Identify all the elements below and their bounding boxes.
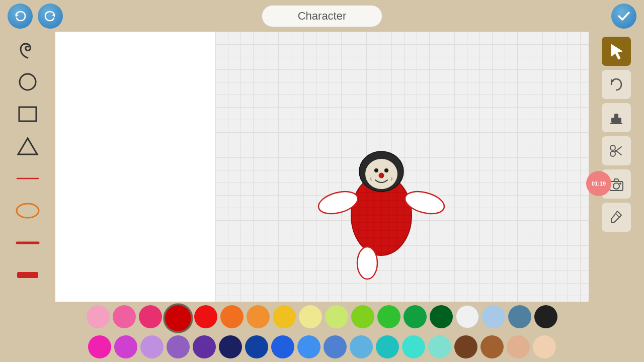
svg-line-46: [615, 213, 619, 217]
color-orange[interactable]: [220, 305, 244, 328]
select-tool-btn[interactable]: [602, 37, 631, 66]
color-row-2: [88, 335, 556, 358]
color-lime[interactable]: [351, 305, 374, 328]
color-peach[interactable]: [507, 335, 530, 358]
triangle-draw-tool[interactable]: [12, 133, 44, 159]
color-medium-brown[interactable]: [480, 335, 504, 358]
color-yellow-green[interactable]: [325, 305, 348, 328]
color-dark-red-selected[interactable]: [165, 305, 191, 331]
stamp-tool-btn[interactable]: [602, 103, 631, 132]
color-hot-pink[interactable]: [139, 305, 162, 328]
left-toolbar: [0, 32, 55, 302]
color-light-pink[interactable]: [87, 305, 110, 328]
color-dark-blue[interactable]: [245, 335, 268, 358]
color-magenta[interactable]: [88, 335, 111, 358]
svg-point-44: [613, 183, 619, 189]
color-light-peach[interactable]: [533, 335, 556, 358]
color-teal[interactable]: [376, 335, 399, 358]
svg-rect-1: [19, 107, 36, 121]
canvas-area[interactable]: [55, 32, 589, 302]
color-bright-blue[interactable]: [297, 335, 320, 358]
color-light-blue[interactable]: [482, 305, 505, 328]
color-light-cyan[interactable]: [428, 335, 451, 358]
svg-point-0: [20, 74, 36, 90]
medium-line-tool[interactable]: [12, 230, 44, 256]
svg-point-33: [379, 173, 384, 178]
color-brown[interactable]: [454, 335, 477, 358]
circle-draw-tool[interactable]: [12, 69, 44, 95]
color-steel-blue[interactable]: [508, 305, 531, 328]
redo-button[interactable]: [38, 4, 63, 29]
fill-tool-btn[interactable]: [602, 203, 631, 232]
color-row-1: [87, 305, 557, 331]
right-toolbar: [589, 32, 644, 302]
svg-marker-34: [611, 44, 622, 59]
svg-point-45: [619, 183, 621, 185]
ellipse-outline-tool[interactable]: [12, 198, 44, 224]
confirm-button[interactable]: [611, 4, 636, 29]
color-blue[interactable]: [271, 335, 294, 358]
undo-button[interactable]: [8, 4, 33, 29]
color-pink[interactable]: [113, 305, 136, 328]
color-green[interactable]: [377, 305, 400, 328]
timer-display: 01:19: [586, 171, 611, 196]
color-medium-green[interactable]: [404, 305, 427, 328]
color-yellow[interactable]: [273, 305, 296, 328]
rectangle-draw-tool[interactable]: [12, 101, 44, 127]
color-light-orange[interactable]: [247, 305, 270, 328]
color-navy[interactable]: [219, 335, 242, 358]
svg-rect-6: [17, 272, 38, 278]
top-bar: [0, 0, 644, 32]
color-medium-blue[interactable]: [324, 335, 347, 358]
svg-point-31: [374, 168, 378, 172]
svg-marker-2: [18, 138, 37, 154]
svg-point-28: [357, 247, 377, 279]
cut-tool-btn[interactable]: [602, 136, 631, 165]
svg-rect-37: [614, 114, 618, 119]
color-dark-purple[interactable]: [193, 335, 216, 358]
svg-point-32: [384, 168, 388, 172]
color-lavender[interactable]: [140, 335, 164, 358]
svg-rect-38: [610, 123, 622, 124]
title-input[interactable]: [262, 5, 382, 27]
color-purple[interactable]: [167, 335, 190, 358]
color-sky-blue[interactable]: [350, 335, 373, 358]
color-dark-green[interactable]: [430, 305, 453, 328]
rotate-tool-btn[interactable]: [602, 70, 631, 99]
color-purple-pink[interactable]: [114, 335, 137, 358]
color-cyan[interactable]: [402, 335, 425, 358]
color-white[interactable]: [456, 305, 479, 328]
freehand-tool[interactable]: [12, 37, 44, 63]
thick-brush-tool[interactable]: [12, 262, 44, 288]
svg-point-4: [17, 204, 39, 218]
color-black[interactable]: [534, 305, 557, 328]
color-red[interactable]: [194, 305, 217, 328]
drawing-svg[interactable]: [55, 32, 589, 302]
color-palette: [0, 302, 644, 362]
color-light-yellow[interactable]: [299, 305, 322, 328]
thin-line-tool[interactable]: [12, 165, 44, 192]
